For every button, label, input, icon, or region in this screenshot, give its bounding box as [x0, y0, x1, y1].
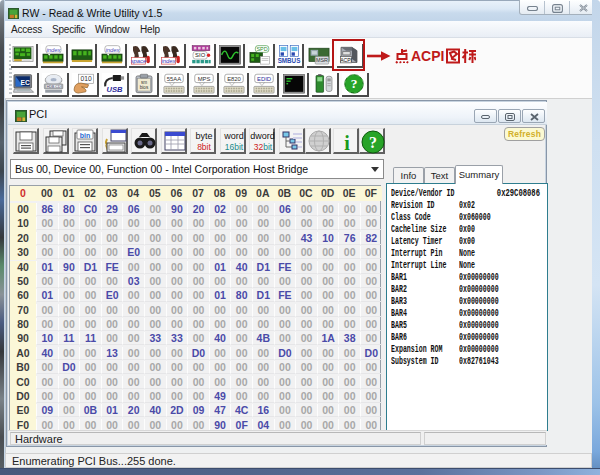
svg-text:SPD: SPD [256, 46, 267, 52]
svg-text:?: ? [351, 77, 358, 92]
svg-text:MSR: MSR [316, 57, 328, 63]
svg-text:SMBUS: SMBUS [278, 57, 301, 64]
svg-text:index: index [161, 58, 176, 64]
svg-text:16bit: 16bit [224, 142, 243, 152]
svg-text:index: index [46, 47, 61, 53]
svg-text:word: word [223, 131, 244, 141]
svg-text:ACPI: ACPI [411, 48, 444, 64]
svg-text:EC: EC [21, 79, 30, 86]
svg-text:32bit: 32bit [254, 142, 273, 152]
svg-text:bios: bios [140, 85, 149, 90]
svg-text:USB: USB [106, 85, 122, 94]
svg-text:i: i [344, 132, 350, 154]
svg-text:bin: bin [80, 132, 91, 139]
svg-text:MPS: MPS [198, 76, 211, 82]
svg-text:dword: dword [250, 131, 275, 141]
svg-text:EDID: EDID [257, 76, 271, 82]
svg-text:SIO: SIO [195, 52, 206, 58]
svg-text:space: space [131, 58, 147, 64]
svg-text:HDB.CD: HDB.CD [47, 85, 61, 89]
svg-text:byte: byte [195, 131, 212, 141]
svg-text:010: 010 [80, 75, 91, 82]
svg-text:E820: E820 [227, 76, 241, 82]
svg-text:8bit: 8bit [197, 142, 211, 152]
svg-text:index: index [105, 47, 120, 53]
svg-text:?: ? [369, 134, 377, 151]
svg-text:sm: sm [141, 80, 147, 85]
svg-text:55AA: 55AA [167, 76, 181, 82]
